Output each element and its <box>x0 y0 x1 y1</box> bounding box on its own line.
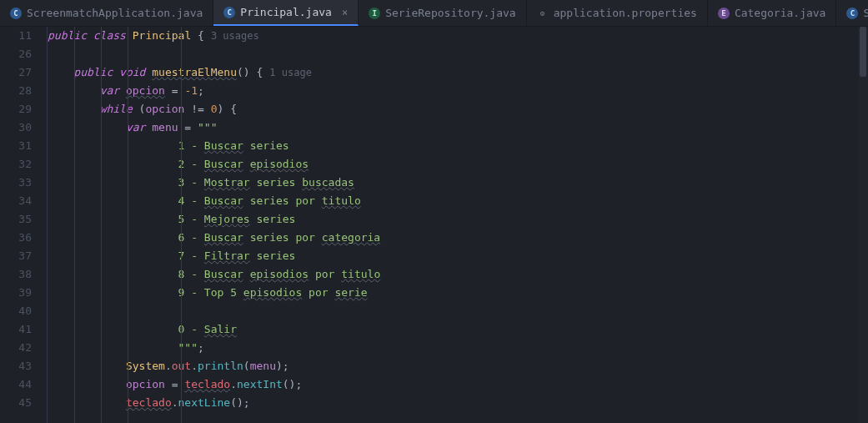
file-type-icon: C <box>846 8 858 19</box>
line-number: 31 <box>0 137 32 155</box>
tab-label: application.properties <box>554 7 697 19</box>
line-number: 34 <box>0 192 32 210</box>
tab-label: Serie.java <box>863 7 868 19</box>
file-type-icon: C <box>10 8 22 19</box>
line-number: 28 <box>0 82 32 100</box>
line-gutter: 1126272829303132333435363738394041424344… <box>0 27 47 423</box>
line-number: 40 <box>0 302 32 320</box>
file-type-icon: C <box>223 7 235 18</box>
line-number: 39 <box>0 284 32 302</box>
line-number: 35 <box>0 210 32 229</box>
line-number: 32 <box>0 155 32 174</box>
line-number: 26 <box>0 45 32 63</box>
code-editor: 1126272829303132333435363738394041424344… <box>0 27 868 423</box>
tab-application-properties[interactable]: ⚙application.properties <box>527 0 708 26</box>
line-number: 44 <box>0 375 32 394</box>
line-number: 30 <box>0 118 32 137</box>
tab-principal-java[interactable]: CPrincipal.java× <box>213 0 359 26</box>
line-number: 36 <box>0 229 32 247</box>
line-number: 11 <box>0 27 32 45</box>
tab-categoria-java[interactable]: ECategoria.java <box>708 0 837 26</box>
close-icon[interactable]: × <box>342 7 348 18</box>
line-number: 29 <box>0 100 32 118</box>
tab-screenmatchapplication-java[interactable]: CScreenmatchApplication.java <box>0 0 213 26</box>
line-number: 33 <box>0 174 32 192</box>
tab-serierepository-java[interactable]: ISerieRepository.java <box>359 0 527 26</box>
tab-label: Principal.java <box>240 6 332 18</box>
line-number: 38 <box>0 265 32 284</box>
file-type-icon: E <box>718 8 730 19</box>
vertical-scrollbar[interactable] <box>858 27 868 423</box>
line-number: 43 <box>0 357 32 375</box>
line-number: 27 <box>0 63 32 82</box>
scrollbar-thumb[interactable] <box>860 27 866 77</box>
tab-label: Categoria.java <box>735 7 826 19</box>
tab-label: ScreenmatchApplication.java <box>27 7 203 19</box>
line-number: 37 <box>0 247 32 265</box>
gear-icon: ⚙ <box>537 8 549 19</box>
editor-tabs: CScreenmatchApplication.javaCPrincipal.j… <box>0 0 868 27</box>
tab-label: SerieRepository.java <box>385 7 516 19</box>
code-area[interactable]: public class Principal {3 usages public … <box>47 27 868 423</box>
file-type-icon: I <box>369 8 380 19</box>
line-number: 41 <box>0 320 32 339</box>
line-number: 42 <box>0 339 32 357</box>
line-number: 45 <box>0 394 32 412</box>
tab-serie-java[interactable]: CSerie.java <box>836 0 868 26</box>
